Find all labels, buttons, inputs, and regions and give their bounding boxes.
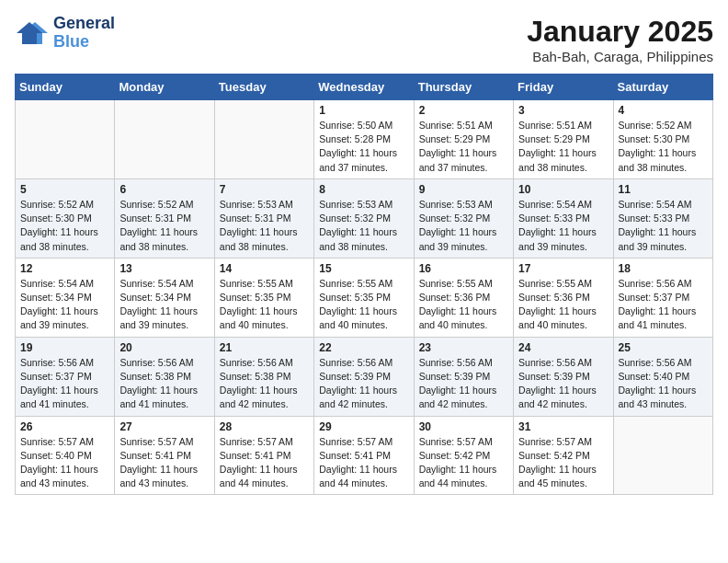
calendar-cell	[115, 100, 214, 179]
day-info: Sunrise: 5:56 AMSunset: 5:38 PMDaylight:…	[220, 356, 309, 412]
calendar-cell	[16, 100, 115, 179]
day-info: Sunrise: 5:55 AMSunset: 5:36 PMDaylight:…	[518, 277, 608, 333]
logo-icon	[15, 20, 48, 46]
calendar-cell: 5Sunrise: 5:52 AMSunset: 5:30 PMDaylight…	[16, 178, 115, 258]
calendar-cell: 20Sunrise: 5:56 AMSunset: 5:38 PMDayligh…	[115, 337, 214, 416]
day-number: 23	[419, 341, 508, 354]
day-info: Sunrise: 5:56 AMSunset: 5:39 PMDaylight:…	[419, 356, 508, 412]
calendar-cell: 18Sunrise: 5:56 AMSunset: 5:37 PMDayligh…	[613, 258, 712, 337]
calendar-cell: 12Sunrise: 5:54 AMSunset: 5:34 PMDayligh…	[16, 258, 115, 337]
day-info: Sunrise: 5:57 AMSunset: 5:41 PMDaylight:…	[119, 435, 209, 491]
column-header-thursday: Thursday	[414, 75, 513, 100]
day-number: 22	[319, 341, 408, 354]
day-number: 16	[419, 262, 508, 275]
calendar-cell: 1Sunrise: 5:50 AMSunset: 5:28 PMDaylight…	[314, 100, 414, 179]
day-number: 27	[119, 420, 209, 433]
calendar-title: January 2025	[527, 15, 713, 49]
day-info: Sunrise: 5:55 AMSunset: 5:35 PMDaylight:…	[319, 277, 408, 333]
calendar-cell: 16Sunrise: 5:55 AMSunset: 5:36 PMDayligh…	[414, 258, 513, 337]
calendar-cell: 2Sunrise: 5:51 AMSunset: 5:29 PMDaylight…	[414, 100, 513, 179]
calendar-cell: 19Sunrise: 5:56 AMSunset: 5:37 PMDayligh…	[16, 337, 115, 416]
week-row-4: 19Sunrise: 5:56 AMSunset: 5:37 PMDayligh…	[16, 337, 713, 416]
day-info: Sunrise: 5:57 AMSunset: 5:40 PMDaylight:…	[20, 435, 109, 491]
day-number: 18	[619, 262, 708, 275]
day-number: 10	[518, 183, 608, 196]
day-info: Sunrise: 5:54 AMSunset: 5:34 PMDaylight:…	[119, 277, 209, 333]
day-number: 5	[20, 183, 109, 196]
day-number: 29	[319, 420, 408, 433]
day-info: Sunrise: 5:50 AMSunset: 5:28 PMDaylight:…	[319, 119, 408, 175]
day-number: 25	[619, 341, 708, 354]
day-info: Sunrise: 5:57 AMSunset: 5:42 PMDaylight:…	[518, 435, 608, 491]
calendar-cell: 23Sunrise: 5:56 AMSunset: 5:39 PMDayligh…	[414, 337, 513, 416]
calendar-cell: 24Sunrise: 5:56 AMSunset: 5:39 PMDayligh…	[514, 337, 613, 416]
day-info: Sunrise: 5:56 AMSunset: 5:39 PMDaylight:…	[518, 356, 608, 412]
day-number: 8	[319, 183, 408, 196]
day-number: 30	[419, 420, 508, 433]
day-info: Sunrise: 5:57 AMSunset: 5:41 PMDaylight:…	[319, 435, 408, 491]
calendar-table: SundayMondayTuesdayWednesdayThursdayFrid…	[15, 74, 713, 495]
day-number: 11	[619, 183, 708, 196]
day-number: 28	[220, 420, 309, 433]
day-number: 20	[119, 341, 209, 354]
page-header: General Blue January 2025 Bah-Bah, Carag…	[15, 15, 713, 64]
day-info: Sunrise: 5:53 AMSunset: 5:32 PMDaylight:…	[419, 198, 508, 254]
week-row-1: 1Sunrise: 5:50 AMSunset: 5:28 PMDaylight…	[16, 100, 713, 179]
day-number: 19	[20, 341, 109, 354]
day-info: Sunrise: 5:55 AMSunset: 5:36 PMDaylight:…	[419, 277, 508, 333]
day-number: 6	[119, 183, 209, 196]
calendar-header-row: SundayMondayTuesdayWednesdayThursdayFrid…	[16, 75, 713, 100]
calendar-cell: 3Sunrise: 5:51 AMSunset: 5:29 PMDaylight…	[514, 100, 613, 179]
calendar-cell: 4Sunrise: 5:52 AMSunset: 5:30 PMDaylight…	[613, 100, 712, 179]
day-info: Sunrise: 5:54 AMSunset: 5:33 PMDaylight:…	[619, 198, 708, 254]
day-number: 13	[119, 262, 209, 275]
logo: General Blue	[15, 15, 115, 52]
day-number: 3	[518, 104, 608, 117]
day-info: Sunrise: 5:55 AMSunset: 5:35 PMDaylight:…	[220, 277, 309, 333]
calendar-cell: 26Sunrise: 5:57 AMSunset: 5:40 PMDayligh…	[16, 416, 115, 495]
logo-line1: General	[53, 15, 115, 33]
calendar-cell: 17Sunrise: 5:55 AMSunset: 5:36 PMDayligh…	[514, 258, 613, 337]
calendar-cell: 21Sunrise: 5:56 AMSunset: 5:38 PMDayligh…	[214, 337, 313, 416]
day-info: Sunrise: 5:56 AMSunset: 5:37 PMDaylight:…	[20, 356, 109, 412]
day-info: Sunrise: 5:54 AMSunset: 5:33 PMDaylight:…	[518, 198, 608, 254]
day-info: Sunrise: 5:57 AMSunset: 5:42 PMDaylight:…	[419, 435, 508, 491]
day-info: Sunrise: 5:53 AMSunset: 5:31 PMDaylight:…	[220, 198, 309, 254]
day-number: 15	[319, 262, 408, 275]
day-number: 14	[220, 262, 309, 275]
title-block: January 2025 Bah-Bah, Caraga, Philippine…	[527, 15, 713, 64]
day-number: 9	[419, 183, 508, 196]
day-number: 12	[20, 262, 109, 275]
day-info: Sunrise: 5:56 AMSunset: 5:40 PMDaylight:…	[619, 356, 708, 412]
calendar-cell: 10Sunrise: 5:54 AMSunset: 5:33 PMDayligh…	[514, 178, 613, 258]
day-info: Sunrise: 5:56 AMSunset: 5:39 PMDaylight:…	[319, 356, 408, 412]
column-header-tuesday: Tuesday	[214, 75, 313, 100]
calendar-cell: 31Sunrise: 5:57 AMSunset: 5:42 PMDayligh…	[514, 416, 613, 495]
calendar-body: 1Sunrise: 5:50 AMSunset: 5:28 PMDaylight…	[16, 100, 713, 495]
day-info: Sunrise: 5:53 AMSunset: 5:32 PMDaylight:…	[319, 198, 408, 254]
week-row-3: 12Sunrise: 5:54 AMSunset: 5:34 PMDayligh…	[16, 258, 713, 337]
calendar-cell: 30Sunrise: 5:57 AMSunset: 5:42 PMDayligh…	[414, 416, 513, 495]
calendar-cell: 13Sunrise: 5:54 AMSunset: 5:34 PMDayligh…	[115, 258, 214, 337]
day-number: 31	[518, 420, 608, 433]
calendar-cell	[214, 100, 313, 179]
day-number: 24	[518, 341, 608, 354]
column-header-saturday: Saturday	[613, 75, 712, 100]
day-info: Sunrise: 5:52 AMSunset: 5:31 PMDaylight:…	[119, 198, 209, 254]
day-number: 21	[220, 341, 309, 354]
calendar-cell: 14Sunrise: 5:55 AMSunset: 5:35 PMDayligh…	[214, 258, 313, 337]
calendar-cell: 22Sunrise: 5:56 AMSunset: 5:39 PMDayligh…	[314, 337, 414, 416]
day-number: 17	[518, 262, 608, 275]
calendar-cell: 28Sunrise: 5:57 AMSunset: 5:41 PMDayligh…	[214, 416, 313, 495]
column-header-wednesday: Wednesday	[314, 75, 414, 100]
calendar-cell: 15Sunrise: 5:55 AMSunset: 5:35 PMDayligh…	[314, 258, 414, 337]
week-row-2: 5Sunrise: 5:52 AMSunset: 5:30 PMDaylight…	[16, 178, 713, 258]
day-number: 7	[220, 183, 309, 196]
calendar-subtitle: Bah-Bah, Caraga, Philippines	[527, 49, 713, 64]
calendar-cell: 8Sunrise: 5:53 AMSunset: 5:32 PMDaylight…	[314, 178, 414, 258]
column-header-sunday: Sunday	[16, 75, 115, 100]
calendar-cell	[613, 416, 712, 495]
logo-line2: Blue	[53, 33, 115, 52]
day-info: Sunrise: 5:52 AMSunset: 5:30 PMDaylight:…	[619, 119, 708, 175]
column-header-monday: Monday	[115, 75, 214, 100]
